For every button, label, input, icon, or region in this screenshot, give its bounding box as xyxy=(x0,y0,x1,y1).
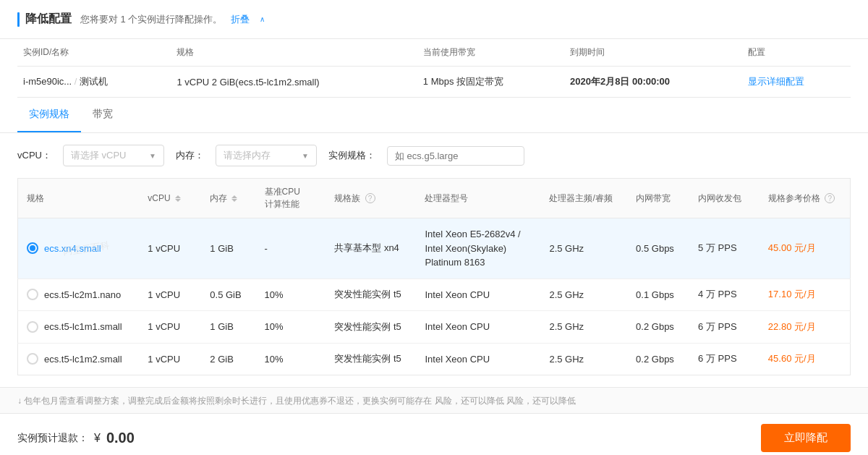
radio-button[interactable] xyxy=(27,321,38,333)
th-price: 规格参考价格 ? xyxy=(760,179,851,218)
vcpu-cell: 1 vCPU xyxy=(139,278,201,311)
th-cpu-freq: 处理器主频/睿频 xyxy=(540,179,627,218)
chevron-up-icon: ∧ xyxy=(260,15,265,23)
table-row[interactable]: ecs.t5-lc2m1.nano1 vCPU0.5 GiB10%突发性能实例 … xyxy=(18,278,851,311)
memory-sort-icon xyxy=(231,195,237,202)
spec-input[interactable] xyxy=(387,146,524,166)
price-unit: 元/月 xyxy=(791,289,815,299)
page-title: 降低配置 xyxy=(25,12,72,27)
radio-button[interactable] xyxy=(27,242,38,254)
vcpu-select[interactable]: 请选择 vCPU ▼ xyxy=(63,145,164,166)
memory-dropdown-icon: ▼ xyxy=(302,152,309,160)
cpu_perf-cell: - xyxy=(256,218,326,279)
refund-amount: 0.00 xyxy=(106,430,135,446)
vcpu-label: vCPU： xyxy=(17,149,51,162)
family-cell: 共享基本型 xn4 xyxy=(326,218,416,279)
spec-name-cell: ecs.xn4.small阿里云百科 xyxy=(18,218,140,279)
price-cell: 22.80 元/月 xyxy=(760,311,851,344)
memory-cell: 1 GiB xyxy=(201,218,255,279)
cpu_perf-cell: 10% xyxy=(256,343,326,375)
spec-label: ecs.t5-lc2m1.nano xyxy=(44,289,121,300)
price-help-icon[interactable]: ? xyxy=(825,193,835,203)
instance-id: i-m5e90ic... xyxy=(23,76,72,87)
family-help-icon[interactable]: ? xyxy=(365,193,375,203)
cpu_perf-cell: 10% xyxy=(256,278,326,311)
spec-table: 规格 vCPU 内存 xyxy=(17,178,851,375)
th-net-bw: 内网带宽 xyxy=(627,179,689,218)
instance-spec-cell: 1 vCPU 2 GiB(ecs.t5-lc1m2.small) xyxy=(171,67,417,98)
net_pps-cell: 6 万 PPS xyxy=(689,311,760,344)
net_pps-cell: 6 万 PPS xyxy=(689,343,760,375)
title-accent xyxy=(17,12,20,27)
table-row[interactable]: ecs.xn4.small阿里云百科1 vCPU1 GiB-共享基本型 xn4I… xyxy=(18,218,851,279)
spec-label: ecs.t5-lc1m1.small xyxy=(44,321,122,332)
cpu_freq-cell: 2.5 GHz xyxy=(540,278,627,311)
spec-name-cell: ecs.t5-lc1m2.small xyxy=(18,343,140,375)
th-spec: 规格 xyxy=(18,179,140,218)
fold-link[interactable]: 折叠 xyxy=(231,13,250,26)
refund-info: 实例预计退款： ¥ 0.00 xyxy=(17,430,135,446)
tabs-section: 实例规格 带宽 xyxy=(0,98,868,133)
vcpu-cell: 1 vCPU xyxy=(139,218,201,279)
cpu_model-cell: Intel Xeon CPU xyxy=(416,343,540,375)
spec-name-cell: ecs.t5-lc1m1.small xyxy=(18,311,140,344)
col-instance-id: 实例ID/名称 xyxy=(17,39,171,67)
submit-button[interactable]: 立即降配 xyxy=(761,424,851,452)
table-row[interactable]: ecs.t5-lc1m2.small1 vCPU2 GiB10%突发性能实例 t… xyxy=(18,343,851,375)
price-cell: 45.60 元/月 xyxy=(760,343,851,375)
bottom-bar: 实例预计退款： ¥ 0.00 立即降配 xyxy=(0,413,868,455)
col-config: 配置 xyxy=(742,39,851,67)
instance-config-cell[interactable]: 显示详细配置 xyxy=(742,67,851,98)
vcpu-cell: 1 vCPU xyxy=(139,343,201,375)
price-unit: 元/月 xyxy=(791,242,815,253)
memory-cell: 0.5 GiB xyxy=(201,278,255,311)
memory-select[interactable]: 请选择内存 ▼ xyxy=(216,145,317,166)
price-unit: 元/月 xyxy=(791,321,815,332)
spec-label: ecs.t5-lc1m2.small xyxy=(44,354,122,365)
tab-bandwidth[interactable]: 带宽 xyxy=(81,98,124,132)
price-cell: 45.00 元/月 xyxy=(760,218,851,279)
refund-label: 实例预计退款： xyxy=(17,432,88,445)
th-net-pps: 内网收发包 xyxy=(689,179,760,218)
th-vcpu[interactable]: vCPU xyxy=(139,179,201,218)
page-subtitle: 您将要对 1 个实例进行降配操作。 xyxy=(80,13,222,26)
net_bw-cell: 0.2 Gbps xyxy=(627,311,689,344)
cpu_freq-cell: 2.5 GHz xyxy=(540,343,627,375)
show-config-link[interactable]: 显示详细配置 xyxy=(748,76,804,87)
memory-label: 内存： xyxy=(176,149,204,162)
net_bw-cell: 0.2 Gbps xyxy=(627,343,689,375)
tab-instance-spec[interactable]: 实例规格 xyxy=(17,98,81,132)
th-memory[interactable]: 内存 xyxy=(201,179,255,218)
spec-label: ecs.xn4.small xyxy=(44,243,101,254)
net_pps-cell: 4 万 PPS xyxy=(689,278,760,311)
cpu_freq-cell: 2.5 GHz xyxy=(540,311,627,344)
th-cpu-model: 处理器型号 xyxy=(416,179,540,218)
instance-id-cell: i-m5e90ic... / 测试机 xyxy=(17,67,171,98)
currency-symbol: ¥ xyxy=(94,432,101,445)
table-row[interactable]: ecs.t5-lc1m1.small1 vCPU1 GiB10%突发性能实例 t… xyxy=(18,311,851,344)
instance-table: 实例ID/名称 规格 当前使用带宽 到期时间 配置 i-m5e90ic... /… xyxy=(17,39,851,98)
radio-button[interactable] xyxy=(27,289,38,300)
col-expire: 到期时间 xyxy=(564,39,742,67)
family-cell: 突发性能实例 t5 xyxy=(326,343,416,375)
vcpu-cell: 1 vCPU xyxy=(139,311,201,344)
vcpu-placeholder: 请选择 vCPU xyxy=(71,149,127,162)
th-family: 规格族 ? xyxy=(326,179,416,218)
family-cell: 突发性能实例 t5 xyxy=(326,311,416,344)
radio-button[interactable] xyxy=(27,353,38,365)
col-spec: 规格 xyxy=(171,39,417,67)
family-cell: 突发性能实例 t5 xyxy=(326,278,416,311)
cpu_freq-cell: 2.5 GHz xyxy=(540,218,627,279)
price-unit: 元/月 xyxy=(791,353,815,364)
price-value: 45.60 xyxy=(768,353,792,364)
price-cell: 17.10 元/月 xyxy=(760,278,851,311)
cpu_model-cell: Intel Xeon E5-2682v4 / Intel Xeon(Skylak… xyxy=(416,218,540,279)
net_pps-cell: 5 万 PPS xyxy=(689,218,760,279)
cpu_perf-cell: 10% xyxy=(256,311,326,344)
th-cpu-perf: 基准CPU 计算性能 xyxy=(256,179,326,218)
cpu_model-cell: Intel Xeon CPU xyxy=(416,311,540,344)
price-value: 45.00 xyxy=(768,242,792,253)
filter-section: vCPU： 请选择 vCPU ▼ 内存： 请选择内存 ▼ 实例规格： xyxy=(0,133,868,178)
net_bw-cell: 0.1 Gbps xyxy=(627,278,689,311)
instance-bandwidth-cell: 1 Mbps 按固定带宽 xyxy=(417,67,564,98)
